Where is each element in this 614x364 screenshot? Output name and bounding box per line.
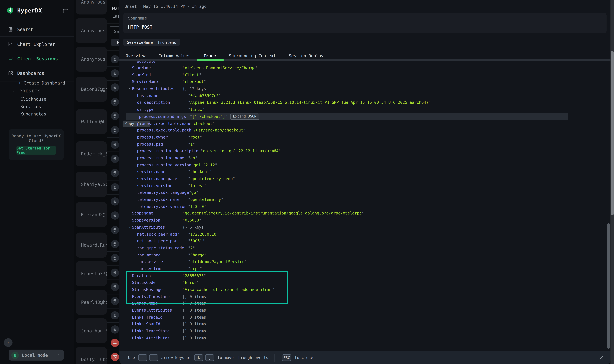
session-card[interactable]: Walton9@ho [76, 109, 107, 134]
tab-trace[interactable]: Trace [204, 53, 216, 58]
trace-attribute-row[interactable]: net.sock.peer.addr"172.28.0.10" [119, 231, 611, 238]
trace-attribute-row[interactable]: ▸process.command_args"["./checkout"]"Exp… [119, 113, 611, 120]
trace-attribute-row[interactable]: Events.Attributes[]0 items [119, 307, 611, 314]
location-pin-icon[interactable] [111, 83, 119, 92]
location-pin-icon[interactable] [111, 226, 119, 234]
location-pin-icon[interactable] [111, 112, 119, 120]
preset-item-services[interactable]: Services [20, 104, 41, 109]
trace-attribute-row[interactable]: process.runtime.version"go1.22.12" [119, 162, 611, 169]
get-started-button[interactable]: Get Started for Free [16, 146, 56, 155]
collapse-icon[interactable]: ▾ [129, 224, 131, 231]
trace-attribute-row[interactable]: ScopeVersion"0.60.0" [119, 217, 611, 224]
session-card[interactable]: Jonathan.B [76, 318, 107, 343]
preset-item-kubernetes[interactable]: Kubernetes [20, 112, 46, 117]
location-pin-icon[interactable] [111, 126, 119, 134]
trace-attribute-row[interactable]: process.runtime.name"go" [119, 155, 611, 162]
location-pin-icon[interactable] [111, 311, 119, 319]
trace-attribute-row[interactable]: net.sock.peer.port"50051" [119, 238, 611, 245]
sidebar-collapse-icon[interactable] [62, 8, 69, 13]
trace-attribute-row[interactable]: process.executable.name"checkout" [119, 120, 611, 127]
location-pin-icon[interactable] [111, 283, 119, 291]
trace-attribute-row[interactable]: SpanKind"Client" [119, 72, 611, 78]
session-card[interactable]: Deion37@gm [76, 77, 107, 102]
trace-attribute-row[interactable]: host.name"0faab73597c5" [119, 92, 611, 99]
location-pin-icon[interactable] [111, 169, 119, 177]
trace-attribute-row[interactable]: os.type"linux" [119, 106, 611, 113]
trace-attribute-row[interactable]: process.executable.path"/usr/src/app/che… [119, 127, 611, 134]
trace-attribute-row[interactable]: process.pid"1" [119, 141, 611, 148]
location-pin-icon[interactable] [111, 197, 119, 206]
trace-attribute-row[interactable]: process.owner"root" [119, 134, 611, 141]
session-card[interactable]: Anonymous [76, 47, 107, 72]
expand-json-button[interactable]: Expand JSON [230, 114, 259, 120]
trace-attribute-row[interactable]: process.runtime.description"go version g… [119, 148, 611, 155]
session-card[interactable]: Howard.Run [76, 233, 107, 258]
trace-attribute-row[interactable]: Events.Name[]0 items [119, 300, 611, 307]
trace-attribute-row[interactable]: rpc.method"Charge" [119, 251, 611, 259]
service-name-tag[interactable]: ServiceName: frontend [123, 39, 180, 46]
trace-attribute-row[interactable]: telemetry.sdk.name"opentelemetry" [119, 196, 611, 203]
trace-attribute-row[interactable]: service.version"latest" [119, 182, 611, 189]
trace-attribute-row[interactable]: telemetry.sdk.language"go" [119, 189, 611, 196]
location-pin-icon[interactable] [111, 98, 119, 106]
tab-overview[interactable]: Overview [126, 53, 145, 58]
location-pin-icon[interactable] [111, 141, 119, 149]
trace-attribute-row[interactable]: telemetry.sdk.version"1.35.0" [119, 203, 611, 210]
sidebar-item-dashboards[interactable]: Dashboards [0, 66, 74, 80]
session-card[interactable]: Dolly.Lubo [76, 347, 107, 364]
preset-item-clickhouse[interactable]: Clickhouse [20, 97, 46, 102]
trace-attribute-row[interactable]: Links.SpanId[]0 items [119, 321, 611, 328]
create-dashboard-button[interactable]: + Create Dashboard [18, 81, 65, 86]
tab-column-values[interactable]: Column Values [158, 53, 191, 58]
page-scrollbar[interactable] [611, 0, 614, 364]
peek-search-input[interactable]: Sea [110, 26, 119, 36]
location-pin-icon[interactable] [111, 325, 119, 334]
tab-session-replay[interactable]: Session Replay [289, 53, 323, 58]
session-card[interactable]: Pearl43@ho [76, 290, 107, 315]
trace-attribute-row[interactable]: service.name"checkout" [119, 169, 611, 175]
session-card[interactable]: Ernesto33@ [76, 261, 107, 286]
trace-attribute-row[interactable]: ▾SpanAttributes{}6 keys [119, 224, 611, 231]
location-pin-icon[interactable] [111, 297, 119, 305]
trace-attribute-row[interactable]: Links.TraceState[]0 items [119, 328, 611, 335]
peek-filter-button[interactable]: H [111, 39, 119, 46]
session-card[interactable]: Kieran92@h [76, 202, 107, 227]
trace-attribute-row[interactable]: rpc.system"grpc" [119, 265, 611, 272]
session-card[interactable]: Roderick_S [76, 141, 107, 166]
trace-attribute-row[interactable]: ▾ResourceAttributes{}17 keys [119, 85, 611, 92]
location-pin-icon[interactable] [111, 269, 119, 277]
drawer-scrollbar[interactable] [607, 223, 610, 349]
trace-attribute-row[interactable]: SpanName"oteldemo.PaymentService/Charge" [119, 65, 611, 72]
trace-attribute-row[interactable]: Events.Timestamp[]0 items [119, 293, 611, 300]
collapse-icon[interactable]: ▾ [129, 85, 131, 92]
sidebar-item-chart-explorer[interactable]: Chart Explorer [0, 37, 74, 51]
session-card[interactable]: Anonymous [76, 0, 107, 14]
location-pin-icon[interactable] [111, 155, 119, 163]
session-card[interactable]: Anonymous [76, 18, 107, 43]
session-card[interactable]: Shaniya.Sc [76, 172, 107, 197]
trace-attribute-row[interactable]: Links.TraceId[]0 items [119, 314, 611, 321]
location-pin-icon[interactable] [111, 183, 119, 191]
help-button[interactable]: ? [4, 338, 13, 347]
swap-arrows-icon[interactable] [111, 338, 119, 347]
trace-attribute-row[interactable]: ServiceName"checkout" [119, 78, 611, 85]
trace-attribute-row[interactable]: StatusMessage"Visa cache full: cannot ad… [119, 286, 611, 293]
trace-attribute-row[interactable]: rpc.grpc.status_code"2" [119, 245, 611, 251]
presets-header[interactable]: PRESETS [12, 89, 41, 93]
close-icon[interactable] [599, 355, 604, 360]
location-pin-icon[interactable] [111, 69, 119, 78]
location-pin-icon[interactable] [111, 240, 119, 248]
location-pin-icon[interactable] [111, 212, 119, 220]
trace-attribute-row[interactable]: service.namespace"opentelemetry-demo" [119, 175, 611, 182]
tab-surrounding-context[interactable]: Surrounding Context [229, 53, 276, 58]
local-mode-menu[interactable]: U Local mode [9, 350, 64, 361]
terminal-icon[interactable] [111, 352, 119, 361]
trace-attribute-row[interactable]: rpc.service"oteldemo.PaymentService" [119, 259, 611, 265]
trace-attribute-row[interactable]: os.description"Alpine Linux 3.21.3 (Linu… [119, 99, 611, 106]
trace-attribute-row[interactable]: Links.Attributes[]0 items [119, 335, 611, 342]
trace-attribute-row[interactable]: ScopeName"go.opentelemetry.io/contrib/in… [119, 210, 611, 217]
location-pin-icon[interactable] [111, 254, 119, 262]
sidebar-item-search[interactable]: Search [0, 22, 74, 36]
sidebar-item-client-sessions[interactable]: Client Sessions [0, 51, 74, 66]
trace-attribute-row[interactable]: Duration"28656333" [119, 272, 611, 279]
